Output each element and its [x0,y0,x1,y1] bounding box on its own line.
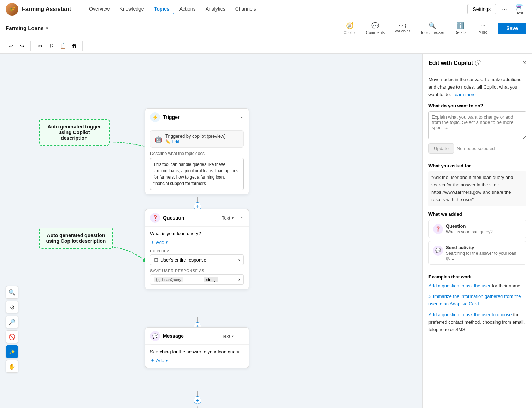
save-response-section: Save user response as {x} LoanQuery stri… [150,269,244,285]
tool-comments[interactable]: 💬 Comments [362,20,389,36]
zoom-in-button[interactable]: 🔍 [6,286,18,299]
describe-label: Describe what the topic does [150,151,244,156]
added-item-question: ❓ Question What is your loan query? [428,220,526,238]
save-response-label: Save user response as [150,269,244,273]
right-panel: Edit with Copilot ? × Move nodes in the … [422,54,532,408]
edit-trigger-link[interactable]: ✏️ Edit [165,139,226,144]
message-text: Searching for the answer to your loan qu… [150,349,244,354]
canvas[interactable]: Auto generated trigger using Copilot des… [0,54,422,408]
annotation-trigger: Auto generated trigger using Copilot des… [39,119,110,146]
trigger-node-more[interactable]: ··· [239,114,244,120]
example-2: Summarize the information gathered from … [428,293,526,308]
comments-icon: 💬 [371,22,379,30]
message-node: 💬 Message Text ▾ ··· Searching for the a… [145,327,249,368]
added-send-desc: Searching for the answer to your loan qu… [446,251,522,261]
sub-nav: Farming Loans ▾ 🧭 Copilot 💬 Comments {x}… [0,18,532,38]
var-icon: {x} [156,277,161,282]
variable-chevron: › [238,277,240,282]
zoom-out-button[interactable]: 🔎 [6,316,18,328]
trigger-node: ⚡ Trigger ··· 🤖 Triggered by copilot (pr… [145,108,249,194]
question-node-title: Question [163,215,219,221]
variables-icon: {x} [398,23,407,28]
focus-button[interactable]: ⊙ [6,301,18,313]
annotation-arrow-2 [114,244,149,265]
test-icon: ⚗️ [516,3,524,11]
message-node-title: Message [163,333,219,339]
variable-box[interactable]: {x} LoanQuery string › [150,274,244,285]
example-link-2[interactable]: Summarize the information gathered from … [428,294,521,306]
pan-button[interactable]: ✋ [6,360,18,373]
more-options-button[interactable]: ··· [499,4,510,15]
examples-section: Add a question to ask the user for their… [428,282,526,334]
test-button[interactable]: ⚗️ Test [513,2,526,17]
left-toolbar: 🔍 ⊙ 🔎 🚫 ✨ ✋ [6,286,18,373]
nav-knowledge[interactable]: Knowledge [115,4,148,14]
tool-copilot[interactable]: 🧭 Copilot [339,20,360,36]
delete-button[interactable]: 🗑 [69,41,79,51]
update-row: Update No nodes selected [428,143,526,154]
msg-add-icon: ＋ [150,357,155,364]
message-text-badge[interactable]: Text ▾ [222,334,234,339]
copy-button[interactable]: ⎘ [46,41,57,51]
question-node-body: What is your loan query? ＋ Add ▾ Identif… [145,227,249,289]
message-add-button[interactable]: ＋ Add ▾ [150,357,168,364]
question-node-more[interactable]: ··· [239,215,244,221]
edit-toolbar: ↩ ↪ ✂ ⎘ 📋 🗑 [0,38,532,54]
example-link-3[interactable]: Add a question to ask the user to choose [428,312,512,317]
added-question-icon: ❓ [433,224,443,234]
add-node-button-3[interactable]: + [194,396,201,404]
save-button[interactable]: Save [498,23,526,34]
describe-box[interactable]: This tool can handle queries like these:… [150,158,244,190]
question-text: What is your loan query? [150,231,244,236]
copilot-input[interactable] [428,111,526,139]
annotation-question: Auto generated question using Copilot de… [39,228,113,249]
panel-description: Move nodes in the canvas. To make additi… [428,76,526,98]
app-logo: 🌾 Farming Assistant [6,3,76,16]
nav-overview[interactable]: Overview [85,4,114,14]
copilot-canvas-button[interactable]: ✨ [6,345,18,358]
nav-channels[interactable]: Channels [231,4,260,14]
panel-header: Edit with Copilot ? × [423,54,532,71]
nav-topics[interactable]: Topics [150,4,174,14]
undo-button[interactable]: ↩ [6,41,16,51]
settings-button[interactable]: Settings [467,4,496,14]
topic-title-dropdown[interactable]: ▾ [46,26,48,31]
question-add-button[interactable]: ＋ Add ▾ [150,239,168,245]
message-node-header: 💬 Message Text ▾ ··· [145,328,249,345]
identify-box[interactable]: ⊞ User's entire response › [150,254,244,265]
details-icon: ℹ️ [456,22,464,30]
lock-button[interactable]: 🚫 [6,330,18,343]
app-name: Farming Assistant [22,6,71,12]
connector-line-2 [197,317,198,322]
panel-help-icon[interactable]: ? [475,60,481,66]
identify-section: Identify ⊞ User's entire response › [150,249,244,265]
msg-text-badge-chevron: ▾ [232,334,234,338]
learn-more-link[interactable]: Learn more [452,92,475,97]
add-chevron: ▾ [166,240,168,245]
message-node-icon: 💬 [150,331,160,341]
trigger-node-title: Trigger [163,114,236,120]
question-text-badge[interactable]: Text ▾ [222,215,234,221]
cut-button[interactable]: ✂ [35,41,46,51]
topic-checker-icon: 🔍 [428,22,436,30]
question-node-icon: ❓ [150,213,160,223]
panel-close-button[interactable]: × [522,59,526,67]
what-do-label: What do you want to do? [428,103,526,108]
nav-actions[interactable]: Actions [175,4,200,14]
tool-topic-checker[interactable]: 🔍 Topic checker [416,20,448,36]
paste-button[interactable]: 📋 [58,41,68,51]
added-question-desc: What is your loan query? [446,229,522,234]
tool-variables[interactable]: {x} Variables [390,22,415,35]
connector-3: + ↓ [194,391,201,408]
added-question-title: Question [446,223,522,229]
redo-button[interactable]: ↪ [17,41,28,51]
nav-right: Settings ··· ⚗️ Test [467,2,526,17]
update-button[interactable]: Update [428,143,454,154]
top-nav: 🌾 Farming Assistant Overview Knowledge T… [0,0,532,18]
example-link-1[interactable]: Add a question to ask the user [428,283,491,288]
nav-analytics[interactable]: Analytics [201,4,230,14]
tool-details[interactable]: ℹ️ Details [450,20,471,36]
message-node-more[interactable]: ··· [239,333,244,339]
tool-more[interactable]: ··· More [472,20,493,36]
triggered-by-text: Triggered by copilot (preview) [165,133,226,139]
